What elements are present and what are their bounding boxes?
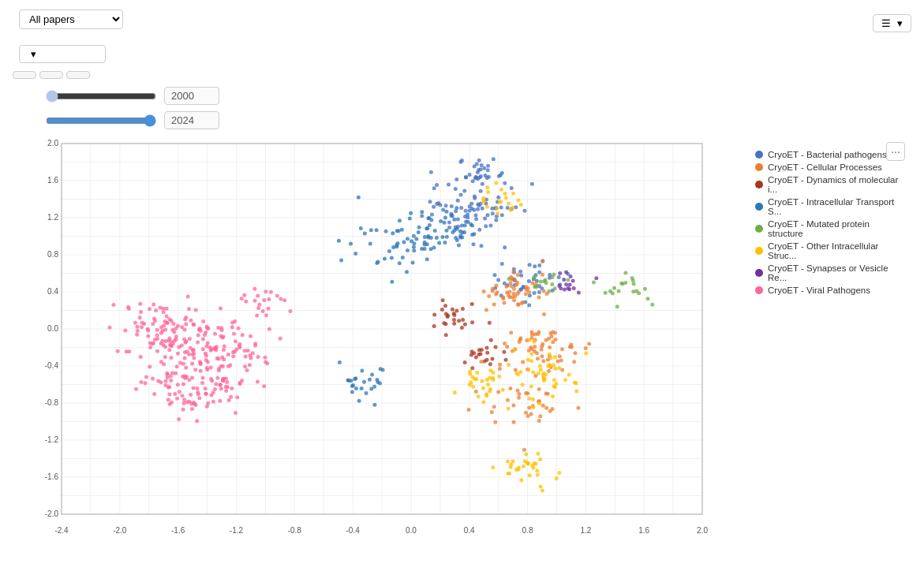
layout-button[interactable]: ☰ ▾: [873, 14, 911, 32]
legend-item: CryoET - Dynamics of molecular i...: [755, 175, 902, 194]
legend-item: CryoET - Bacterial pathogens: [755, 150, 902, 159]
legend-item: CryoET - Synapses or Vesicle Re...: [755, 263, 902, 282]
scatter-plot[interactable]: [24, 136, 710, 538]
end-value-input[interactable]: [164, 111, 219, 129]
select-button[interactable]: [13, 71, 36, 79]
map-type-row: All papers Selected papers: [13, 9, 123, 29]
end-slider-row: [13, 111, 911, 129]
start-slider-row: [13, 87, 911, 105]
legend-panel: ··· CryoET - Bacterial pathogensCryoET -…: [746, 136, 911, 539]
paper-sub-type-row: ▾: [13, 45, 911, 63]
legend-color-dot: [755, 225, 763, 233]
legend-item: CryoET - Intracellular Transport S...: [755, 197, 902, 216]
legend-item: CryoET - Other Intracellular Struc...: [755, 241, 902, 260]
legend-item-label: CryoET - Other Intracellular Struc...: [768, 241, 902, 260]
legend-color-dot: [755, 247, 763, 255]
chart-area: ··· CryoET - Bacterial pathogensCryoET -…: [13, 136, 911, 539]
legend-item-label: CryoET - Viral Pathogens: [768, 286, 870, 295]
prune-button[interactable]: [39, 71, 63, 79]
legend-color-dot: [755, 151, 763, 159]
legend-item-label: CryoET - Bacterial pathogens: [768, 150, 887, 159]
plot-container: [24, 136, 746, 539]
start-slider[interactable]: [46, 90, 156, 103]
legend-color-dot: [755, 286, 763, 294]
y-axis-label: [13, 136, 24, 539]
legend-color-dot: [755, 163, 763, 171]
legend-color-dot: [755, 269, 763, 277]
legend-color-dot: [755, 203, 763, 211]
legend-item-label: CryoET - Mutated protein structure: [768, 219, 902, 238]
top-bar: All papers Selected papers ☰ ▾: [13, 9, 911, 37]
paper-sub-type-dropdown[interactable]: ▾: [19, 45, 106, 63]
legend-item: CryoET - Mutated protein structure: [755, 219, 902, 238]
legend-item-label: CryoET - Intracellular Transport S...: [768, 197, 902, 216]
legend-items: CryoET - Bacterial pathogensCryoET - Cel…: [755, 150, 902, 295]
legend-item: CryoET - Viral Pathogens: [755, 286, 902, 295]
start-value-input[interactable]: [164, 87, 219, 105]
legend-more-button[interactable]: ···: [886, 142, 905, 161]
legend-item-label: CryoET - Synapses or Vesicle Re...: [768, 263, 902, 282]
legend-item-label: CryoET - Dynamics of molecular i...: [768, 175, 902, 194]
legend-item-label: CryoET - Cellular Processes: [768, 162, 882, 172]
legend-color-dot: [755, 181, 763, 188]
chevron-down-icon: ▾: [31, 48, 36, 60]
chevron-down-icon: ▾: [897, 17, 903, 29]
layout-icon: ☰: [881, 17, 891, 29]
action-buttons: [13, 71, 911, 79]
map-type-select[interactable]: All papers Selected papers: [19, 9, 123, 29]
end-slider[interactable]: [46, 114, 156, 127]
reset-button[interactable]: [66, 71, 90, 79]
legend-item: CryoET - Cellular Processes: [755, 162, 902, 172]
